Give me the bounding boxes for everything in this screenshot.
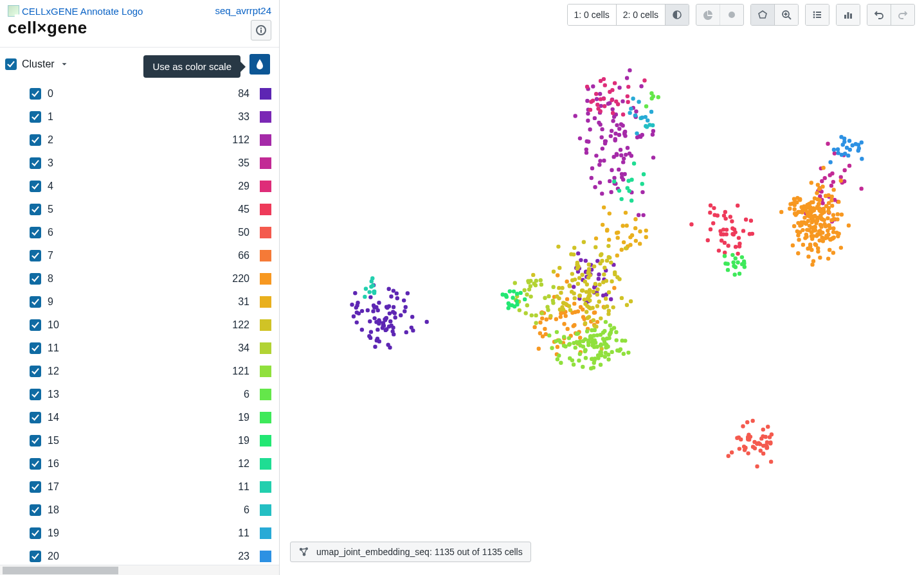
graph-icon [298,546,310,558]
cluster-list: 0841332112335429545650766822093110122113… [0,81,279,565]
cluster-row: 136 [5,383,274,406]
cluster-swatch [260,296,271,308]
cluster-row: 429 [5,175,274,198]
cluster-row: 335 [5,152,274,175]
cluster-label: 8 [48,273,217,285]
cluster-checkbox[interactable] [30,296,41,308]
svg-line-23 [301,549,304,554]
svg-point-4 [729,12,735,18]
cluster-count: 220 [224,273,249,285]
category-header: Cluster Use as color scale [0,48,279,81]
svg-rect-15 [816,17,821,18]
cluster-checkbox[interactable] [30,412,41,423]
centroid-button [720,4,743,25]
subset-button[interactable] [666,4,689,25]
cluster-checkbox[interactable] [30,319,41,331]
cluster-swatch [260,134,271,146]
pie-chart-icon [703,10,713,20]
cluster-checkbox[interactable] [30,342,41,354]
cluster-label: 0 [48,88,217,100]
toolbar: 1: 0 cells 2: 0 cells [567,4,916,26]
color-scale-button[interactable] [249,54,270,75]
svg-point-14 [813,17,815,19]
svg-rect-16 [844,15,846,19]
cluster-checkbox[interactable] [30,481,41,493]
cluster-count: 19 [224,412,249,423]
cluster-checkbox[interactable] [30,157,41,169]
cluster-count: 122 [224,319,249,331]
cluster-swatch [260,527,271,539]
cluster-label: 4 [48,181,217,192]
cluster-count: 11 [224,527,249,539]
svg-marker-5 [759,11,766,18]
info-button[interactable] [251,20,271,40]
cluster-count: 31 [224,296,249,308]
cluster-count: 121 [224,366,249,377]
polygon-icon [757,10,768,20]
category-name: Cluster [22,58,55,70]
cluster-row: 931 [5,290,274,314]
cluster-checkbox[interactable] [30,227,41,238]
cluster-count: 45 [224,204,249,215]
cluster-checkbox[interactable] [30,250,41,261]
cluster-label: 20 [48,551,217,562]
dataset-name: seq_avrrpt24 [215,5,271,16]
cluster-checkbox[interactable] [30,273,41,285]
cluster-label: 5 [48,204,217,215]
cluster-row: 1519 [5,429,274,452]
category-panel[interactable]: Cluster Use as color scale 0841332112335… [0,48,279,565]
svg-line-22 [301,549,307,549]
zoom-button[interactable] [775,4,798,25]
graph-area[interactable]: 1: 0 cells 2: 0 cells [280,0,924,575]
cluster-row: 1419 [5,406,274,429]
cluster-label: 12 [48,366,217,377]
logo-alt-text: CELLxGENE Annotate Logo [8,5,143,17]
embedding-status[interactable]: umap_joint_embedding_seq: 1135 out of 11… [290,542,531,562]
cluster-row: 1612 [5,452,274,475]
category-checkbox[interactable] [5,58,17,70]
cluster-label: 10 [48,319,217,331]
cluster-checkbox[interactable] [30,435,41,447]
cluster-checkbox[interactable] [30,389,41,400]
redo-button [891,4,914,25]
scatter-canvas[interactable] [280,0,924,575]
selection-2-count[interactable]: 2: 0 cells [617,4,666,25]
cluster-count: 19 [224,435,249,447]
left-half-circle-icon [672,10,682,20]
cluster-checkbox[interactable] [30,458,41,470]
cluster-checkbox[interactable] [30,527,41,539]
header: CELLxGENE Annotate Logo cell×gene seq_av… [0,0,279,48]
cluster-row: 8220 [5,267,274,290]
redo-icon [898,10,908,20]
cluster-count: 6 [224,389,249,400]
cluster-label: 1 [48,111,217,123]
cluster-count: 34 [224,342,249,354]
cluster-checkbox[interactable] [30,504,41,516]
horizontal-scrollbar[interactable] [0,565,279,575]
tint-icon [255,58,265,70]
cluster-checkbox[interactable] [30,366,41,377]
cluster-checkbox[interactable] [30,551,41,562]
pie-button [696,4,720,25]
svg-point-10 [813,12,815,13]
chevron-down-icon[interactable] [60,60,69,69]
undo-button[interactable] [867,4,891,25]
cluster-checkbox[interactable] [30,204,41,215]
cluster-row: 1134 [5,337,274,360]
cluster-count: 12 [224,458,249,470]
bar-chart-button[interactable] [837,4,860,25]
circle-icon [727,10,737,20]
cluster-row: 084 [5,82,274,105]
cluster-checkbox[interactable] [30,134,41,146]
gene-sets-button[interactable] [806,4,829,25]
cluster-checkbox[interactable] [30,88,41,100]
cluster-count: 29 [224,181,249,192]
selection-1-count[interactable]: 1: 0 cells [568,4,617,25]
cluster-row: 545 [5,198,274,221]
cluster-count: 33 [224,111,249,123]
lasso-button[interactable] [751,4,775,25]
sidebar: CELLxGENE Annotate Logo cell×gene seq_av… [0,0,280,575]
cluster-row: 10122 [5,314,274,337]
cluster-checkbox[interactable] [30,181,41,192]
cluster-checkbox[interactable] [30,111,41,123]
